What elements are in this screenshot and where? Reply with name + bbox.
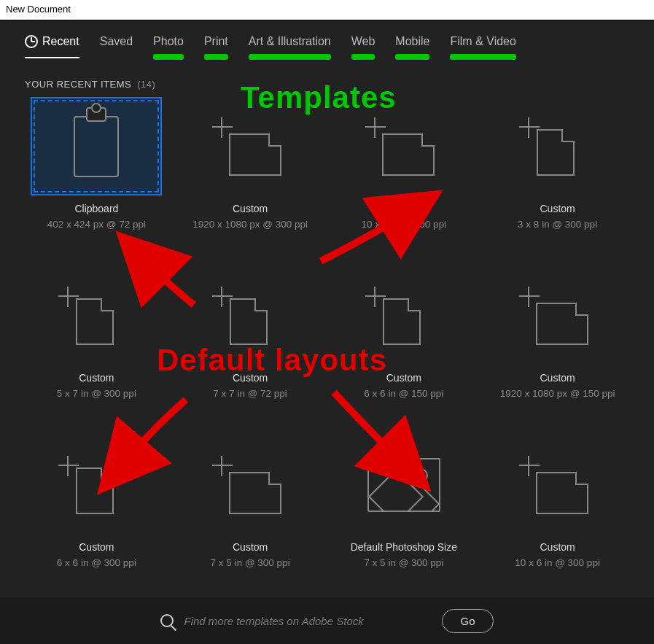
- category-tabs: RecentSavedPhotoPrintArt & IllustrationW…: [0, 20, 654, 63]
- preset-dimensions: 10 x 2 in @ 300 ppi: [362, 219, 447, 230]
- preset-page-icon: [519, 287, 596, 345]
- preset-dimensions: 6 x 6 in @ 150 ppi: [364, 388, 443, 399]
- preset-thumb: [338, 97, 470, 195]
- recent-items-count: (14): [137, 79, 155, 90]
- new-document-dialog: RecentSavedPhotoPrintArt & IllustrationW…: [0, 20, 654, 644]
- preset-thumb: [184, 266, 316, 365]
- preset-page-icon: [58, 287, 135, 345]
- preset-page-icon: [58, 456, 135, 514]
- preset-card[interactable]: Custom7 x 7 in @ 72 ppi: [179, 266, 322, 419]
- tab-label: Film & Video: [450, 35, 515, 48]
- preset-page-icon: [519, 456, 596, 514]
- preset-page-icon: [212, 117, 289, 176]
- preset-card[interactable]: Custom6 x 6 in @ 300 ppi: [25, 435, 168, 589]
- preset-dimensions: 7 x 5 in @ 300 ppi: [364, 557, 443, 568]
- preset-title: Clipboard: [74, 203, 118, 214]
- preset-card[interactable]: Custom1920 x 1080 px @ 150 ppi: [486, 266, 629, 419]
- tab-label: Art & Illustration: [249, 35, 331, 48]
- tab-label: Mobile: [395, 35, 429, 48]
- recent-items-heading: YOUR RECENT ITEMS (14): [0, 63, 654, 97]
- preset-page-icon: [365, 117, 442, 176]
- tab-label: Photo: [153, 35, 184, 48]
- window-title: New Document: [6, 4, 71, 15]
- preset-dimensions: 5 x 7 in @ 300 ppi: [57, 388, 136, 399]
- preset-dimensions: 7 x 7 in @ 72 ppi: [213, 388, 287, 399]
- preset-title: Default Photoshop Size: [351, 541, 457, 553]
- preset-title: Custom: [540, 372, 575, 384]
- stock-search-go-button[interactable]: Go: [442, 609, 493, 633]
- preset-thumb: [31, 266, 162, 365]
- image-icon: [367, 458, 440, 512]
- preset-title: Custom: [386, 203, 421, 214]
- preset-title: Custom: [79, 372, 114, 384]
- preset-card[interactable]: Custom10 x 2 in @ 300 ppi: [332, 97, 476, 250]
- tab-label: Saved: [100, 35, 133, 48]
- preset-thumb: [492, 435, 623, 534]
- preset-card[interactable]: Custom7 x 5 in @ 300 ppi: [179, 435, 322, 589]
- preset-page-icon: [212, 287, 289, 345]
- preset-page-icon: [212, 456, 289, 514]
- preset-card[interactable]: Custom5 x 7 in @ 300 ppi: [25, 266, 168, 419]
- preset-title: Custom: [540, 203, 575, 214]
- preset-card[interactable]: Custom6 x 6 in @ 150 ppi: [332, 266, 476, 419]
- preset-title: Custom: [233, 541, 268, 553]
- clock-icon: [25, 35, 38, 48]
- tab-art-illustration[interactable]: Art & Illustration: [249, 35, 331, 58]
- preset-thumb: [31, 435, 162, 534]
- preset-dimensions: 10 x 6 in @ 300 ppi: [515, 557, 600, 568]
- stock-search-bar: Go: [0, 597, 654, 644]
- tab-photo[interactable]: Photo: [153, 35, 184, 58]
- preset-title: Custom: [79, 541, 114, 553]
- tab-web[interactable]: Web: [351, 35, 375, 58]
- tab-recent[interactable]: Recent: [25, 35, 79, 58]
- preset-thumb: [492, 97, 623, 195]
- preset-dimensions: 3 x 8 in @ 300 ppi: [518, 219, 597, 230]
- preset-title: Custom: [233, 372, 268, 384]
- recent-items-title: YOUR RECENT ITEMS: [25, 79, 131, 90]
- preset-page-icon: [519, 117, 596, 176]
- preset-thumb: [492, 266, 623, 365]
- preset-grid: Clipboard402 x 424 px @ 72 ppiCustom1920…: [0, 97, 654, 589]
- preset-dimensions: 6 x 6 in @ 300 ppi: [57, 557, 136, 568]
- preset-thumb: [338, 266, 470, 365]
- preset-thumb: [184, 435, 316, 534]
- preset-thumb: [338, 435, 470, 534]
- preset-dimensions: 7 x 5 in @ 300 ppi: [211, 557, 290, 568]
- tab-label: Print: [204, 35, 228, 48]
- tab-print[interactable]: Print: [204, 35, 228, 58]
- tab-saved[interactable]: Saved: [100, 35, 133, 58]
- preset-card[interactable]: Custom3 x 8 in @ 300 ppi: [486, 97, 629, 250]
- preset-page-icon: [365, 287, 442, 345]
- tab-label: Web: [351, 35, 375, 48]
- preset-title: Custom: [233, 203, 268, 214]
- search-icon: [160, 614, 174, 627]
- preset-title: Custom: [386, 372, 421, 384]
- preset-title: Custom: [540, 541, 575, 553]
- preset-dimensions: 1920 x 1080 px @ 300 ppi: [192, 219, 308, 230]
- tab-label: Recent: [42, 35, 79, 48]
- preset-card[interactable]: Custom10 x 6 in @ 300 ppi: [486, 435, 629, 589]
- preset-card[interactable]: Clipboard402 x 424 px @ 72 ppi: [25, 97, 168, 250]
- window-titlebar: New Document: [0, 0, 654, 20]
- preset-thumb: [31, 97, 162, 195]
- tab-mobile[interactable]: Mobile: [395, 35, 429, 58]
- clipboard-icon: [74, 116, 119, 177]
- stock-search-input[interactable]: [184, 615, 432, 627]
- preset-dimensions: 402 x 424 px @ 72 ppi: [47, 219, 146, 230]
- preset-card[interactable]: Custom1920 x 1080 px @ 300 ppi: [179, 97, 322, 250]
- tab-film-video[interactable]: Film & Video: [450, 35, 515, 58]
- preset-card[interactable]: Default Photoshop Size7 x 5 in @ 300 ppi: [332, 435, 476, 589]
- preset-dimensions: 1920 x 1080 px @ 150 ppi: [500, 388, 615, 399]
- preset-thumb: [184, 97, 316, 195]
